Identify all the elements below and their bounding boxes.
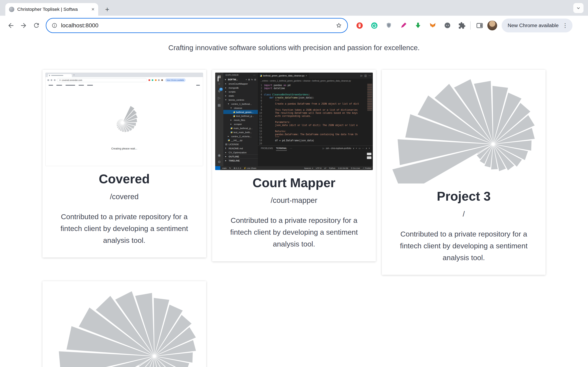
page-info-icon[interactable] xyxy=(52,23,57,28)
url-text[interactable]: localhost:8000 xyxy=(61,22,336,29)
code-line: 17 pandas.DataFrame: The DataFrame conta… xyxy=(258,133,373,136)
tab-search-chevron-button[interactable] xyxy=(573,3,584,13)
vscode-screenshot: 37 EXPLORER xyxy=(215,73,373,170)
tree-item-icon xyxy=(225,155,227,158)
menu-kebab-icon[interactable]: ⋮ xyxy=(562,22,568,29)
download-arrow-extension-icon[interactable] xyxy=(412,20,424,31)
line-number: 20 xyxy=(258,142,264,145)
code-line: 3 xyxy=(258,90,373,93)
chrome-update-button[interactable]: New Chrome available ⋮ xyxy=(502,18,572,33)
tree-item-label: tennis_centres xyxy=(229,99,244,101)
code-line: 15 xyxy=(258,127,373,130)
browser-tab[interactable]: Christopher Toplisek | Softwa × xyxy=(5,3,98,16)
tab-close-icon xyxy=(306,75,307,77)
address-bar[interactable]: localhost:8000 xyxy=(46,18,348,33)
vscode-tree-item: OUTLINE xyxy=(223,154,258,158)
line-number: 6 xyxy=(258,99,264,102)
project-card-project-3[interactable]: Project 3 / Contributed to a private rep… xyxy=(382,70,545,275)
line-number: 1 xyxy=(258,84,264,87)
profile-avatar[interactable] xyxy=(487,21,497,30)
mini-url-text: covered.onrender.com xyxy=(62,79,145,81)
vscode-activity-bar: 37 xyxy=(215,73,223,166)
project-card-covered[interactable]: covered.onrender.com New Chrome availabl… xyxy=(43,70,206,258)
project-description: Contributed to a private repository for … xyxy=(53,211,195,246)
shield-extension-icon[interactable] xyxy=(383,20,394,31)
explorer-more-icon xyxy=(253,74,256,76)
loading-spinner-spiral xyxy=(102,102,143,143)
vscode-tree-item: main_bethnal_g... xyxy=(223,126,258,130)
minimap xyxy=(367,84,372,111)
new-tab-button[interactable]: + xyxy=(102,4,112,15)
tree-item-icon xyxy=(233,111,235,113)
problems-tab: PROBLEMS xyxy=(261,147,273,150)
source-control-icon: 37 xyxy=(218,89,221,93)
pen-extension-icon[interactable] xyxy=(398,20,409,31)
line-number: 15 xyxy=(258,127,264,130)
mini-page-body: Creating please wait... xyxy=(45,87,203,166)
site-favicon-icon xyxy=(9,7,14,12)
reload-button[interactable] xyxy=(30,19,43,32)
gray-circle-extension-icon[interactable] xyxy=(442,20,453,31)
project-path: /court-mapper xyxy=(215,196,373,205)
tree-item-icon xyxy=(225,147,227,150)
status-item: 3.9.6 64-bit xyxy=(338,167,348,169)
status-item: ⚡ Live Share xyxy=(243,167,256,169)
status-item: ⊙ Go Live xyxy=(351,167,360,169)
mini-favicon-icon xyxy=(49,75,50,76)
chevron-down-icon xyxy=(576,6,581,11)
loading-caption: Creating please wait... xyxy=(45,147,203,150)
tree-item-label: centre_2_victoria... xyxy=(231,135,251,138)
mini-avatar-icon xyxy=(161,79,163,81)
line-number: 14 xyxy=(258,124,264,127)
tab-close-icon[interactable]: × xyxy=(91,6,95,12)
tab-strip: Christopher Toplisek | Softwa × + xyxy=(0,0,588,16)
terminal-body xyxy=(258,151,373,166)
files-icon xyxy=(218,75,221,78)
vscode-tree-item: LICENSE xyxy=(223,142,258,146)
run-file-icon xyxy=(361,74,362,77)
mini-ext-green-icon xyxy=(152,79,153,81)
panel-up-icon xyxy=(366,147,367,150)
remote-indicator xyxy=(215,166,221,170)
line-number: 4 xyxy=(258,93,264,96)
forward-button[interactable] xyxy=(17,19,30,32)
back-button[interactable] xyxy=(4,19,17,32)
mini-ext-orange-icon xyxy=(155,79,156,81)
adblock-extension-icon[interactable] xyxy=(354,20,365,31)
code-line: 5 def create_dataframe(json_data): xyxy=(258,96,373,99)
tree-item-icon xyxy=(228,103,230,105)
vscode-file-tree: enveCourtMapper mongodb xyxy=(223,82,258,162)
code-line: 6 """ xyxy=(258,99,373,102)
notification-box xyxy=(367,153,371,155)
code-line: 13 Parameters: xyxy=(258,121,373,124)
code-line: 7 Create a pandas DataFrame from a JSON … xyxy=(258,102,373,105)
line-number: 11 xyxy=(258,115,264,118)
vscode-tree-item: centre_2_victoria... xyxy=(223,134,258,138)
project-card-court-mapper[interactable]: 37 EXPLORER xyxy=(212,70,376,261)
vscode-tree-item: TIMELINE xyxy=(223,158,258,162)
metamask-fox-extension-icon[interactable] xyxy=(427,20,438,31)
tree-item-icon xyxy=(225,99,227,101)
vscode-tree-item: enveCourtMapper xyxy=(223,82,258,86)
project-card-4[interactable] xyxy=(43,281,206,367)
maximize-panel-icon xyxy=(359,147,361,150)
mini-update-button: New Chrome available xyxy=(165,78,186,82)
extensions-puzzle-icon[interactable] xyxy=(456,20,467,31)
tree-item-icon xyxy=(225,143,227,146)
tree-item-label: test_main_beth... xyxy=(233,131,252,133)
vscode-tree-item: mongodb xyxy=(223,86,258,90)
bookmark-star-icon[interactable] xyxy=(336,22,342,29)
line-number: 17 xyxy=(258,133,264,136)
tree-item-label: mongodb xyxy=(229,86,239,89)
vscode-tree-item: mock_files xyxy=(223,118,258,122)
toolbar-divider xyxy=(470,21,471,30)
code-line: 20 xyxy=(258,142,373,145)
grammarly-extension-icon[interactable] xyxy=(369,20,380,31)
explorer-label: EXPLORER xyxy=(226,74,239,76)
project-title: Project 3 xyxy=(385,189,543,204)
status-item: LF xyxy=(324,167,327,169)
line-number: 2 xyxy=(258,87,264,90)
side-panel-button[interactable] xyxy=(473,19,486,32)
covered-screenshot: covered.onrender.com New Chrome availabl… xyxy=(45,73,203,166)
tree-item-label: LICENSE xyxy=(229,143,239,146)
